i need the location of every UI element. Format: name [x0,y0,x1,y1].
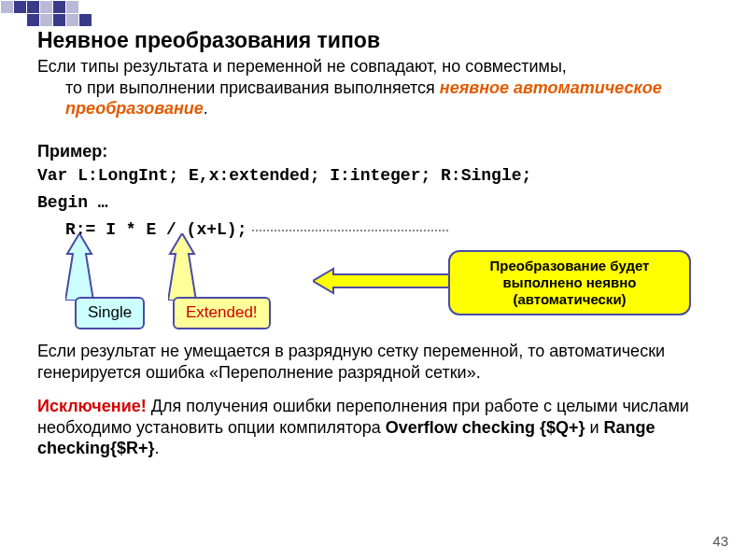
slide-title: Неявное преобразования типов [37,28,740,53]
exception-period: . [155,439,160,457]
note-line3: (автоматически) [459,291,680,308]
slide-content: Неявное преобразования типов Если типы р… [37,28,740,459]
svg-marker-2 [313,269,453,293]
exception-label: Исключение! [37,397,147,415]
svg-marker-1 [168,233,196,301]
intro-line1: Если типы результата и переменной не сов… [37,56,740,77]
callout-extended: Extended! [173,297,271,329]
svg-marker-0 [65,233,93,301]
note-line1: Преобразование будет [459,258,680,274]
intro-paragraph: Если типы результата и переменной не сов… [37,56,740,119]
exception-paragraph: Исключение! Для получения ошибки перепол… [37,396,740,459]
code-begin-line: Begin … [37,190,740,217]
example-label: Пример: [37,142,740,161]
diagram-area: R:= I * E / (x+L); Single Extended! Прео… [37,220,740,328]
arrow-note [313,265,453,297]
exception-and: и [585,418,603,437]
arrow-extended [168,233,224,301]
intro-line2: то при выполнении присваивания выполняет… [65,78,440,97]
code-var-line: Var L:LongInt; E,x:extended; I:integer; … [37,163,740,189]
callout-single: Single [75,297,145,329]
decoration-squares [0,0,145,26]
note-yellow-box: Преобразование будет выполнено неявно (а… [448,250,691,315]
arrow-single [65,233,121,301]
intro-period: . [204,99,208,118]
overflow-paragraph: Если результат не умещается в разрядную … [37,341,740,383]
dotted-connector [252,230,448,231]
note-line2: выполнено неявно [459,274,680,291]
slide-number: 43 [712,533,728,549]
option-overflow: Overflow checking {$Q+} [386,418,585,437]
